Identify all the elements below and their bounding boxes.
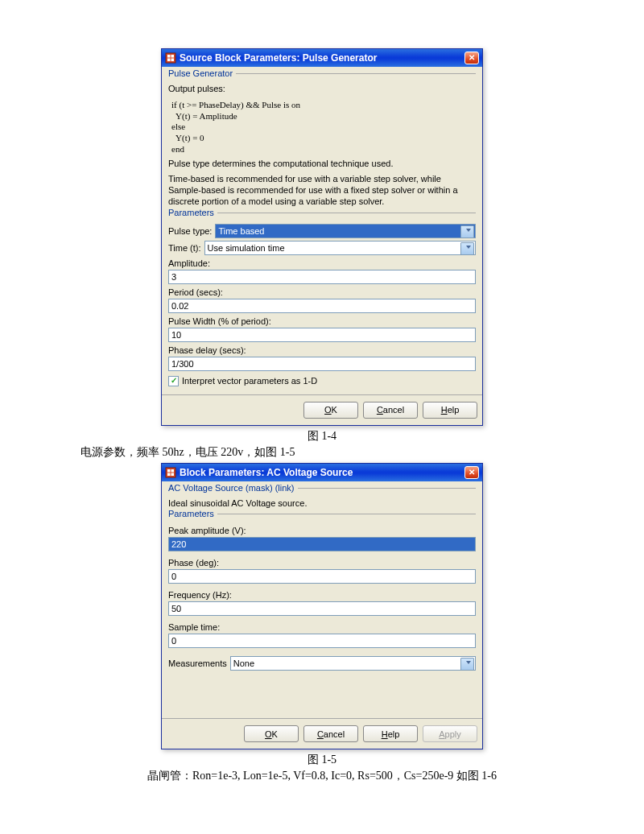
help-button[interactable]: Help — [363, 725, 418, 742]
interpret-vector-checkbox-row[interactable]: ✓ Interpret vector parameters as 1-D — [168, 376, 476, 386]
group-legend: Parameters — [168, 509, 217, 518]
pulse-type-value[interactable] — [215, 224, 476, 238]
button-row: OK Cancel Help — [162, 394, 482, 425]
frequency-label: Frequency (Hz): — [168, 590, 476, 600]
pulse-width-input[interactable] — [168, 328, 476, 342]
phase-input[interactable] — [168, 569, 476, 584]
ac-voltage-dialog: Block Parameters: AC Voltage Source ✕ AC… — [161, 463, 483, 750]
sample-time-label: Sample time: — [168, 622, 476, 632]
dialog-title: Source Block Parameters: Pulse Generator — [180, 52, 464, 64]
code-line: Y(t) = Amplitude — [171, 111, 476, 122]
titlebar[interactable]: Block Parameters: AC Voltage Source ✕ — [162, 464, 482, 481]
dialog-body: Pulse Generator Output pulses: if (t >= … — [162, 67, 482, 386]
code-block: if (t >= PhaseDelay) && Pulse is on Y(t)… — [171, 100, 476, 155]
body-text: 电源参数，频率 50hz，电压 220v，如图 1-5 — [80, 445, 572, 460]
titlebar[interactable]: Source Block Parameters: Pulse Generator… — [162, 49, 482, 67]
figure-caption: 图 1-4 — [72, 429, 572, 444]
app-icon — [165, 467, 176, 478]
description-group: Pulse Generator Output pulses: if (t >= … — [168, 73, 476, 208]
pulse-type-select[interactable] — [215, 224, 476, 238]
app-icon — [165, 52, 176, 64]
time-label: Time (t): — [168, 243, 201, 253]
sample-time-input[interactable] — [168, 634, 476, 648]
pulse-generator-dialog: Source Block Parameters: Pulse Generator… — [161, 48, 483, 426]
desc-text: Ideal sinusoidal AC Voltage source. — [168, 498, 476, 510]
code-line: if (t >= PhaseDelay) && Pulse is on — [171, 100, 476, 111]
period-input[interactable] — [168, 299, 476, 313]
dialog-body: AC Voltage Source (mask) (link) Ideal si… — [162, 481, 482, 714]
body-text: 晶闸管：Ron=1e-3, Lon=1e-5, Vf=0.8, Ic=0, Rs… — [72, 769, 572, 783]
measurements-value[interactable] — [230, 656, 476, 671]
checkbox-label: Interpret vector parameters as 1-D — [182, 376, 317, 386]
close-button[interactable]: ✕ — [464, 52, 479, 64]
measurements-select[interactable] — [230, 656, 476, 671]
amplitude-label: Amplitude: — [168, 258, 476, 268]
phase-delay-input[interactable] — [168, 357, 476, 371]
phase-label: Phase (deg): — [168, 558, 476, 568]
code-line: end — [171, 144, 476, 155]
description-group: AC Voltage Source (mask) (link) Ideal si… — [168, 488, 476, 510]
phase-delay-label: Phase delay (secs): — [168, 345, 476, 355]
code-line: Y(t) = 0 — [171, 133, 476, 144]
group-legend: Pulse Generator — [168, 68, 236, 78]
cancel-button[interactable]: Cancel — [363, 402, 418, 419]
amplitude-input[interactable] — [168, 270, 476, 284]
time-value[interactable] — [204, 241, 476, 255]
pulse-type-label: Pulse type: — [168, 226, 212, 236]
dialog-title: Block Parameters: AC Voltage Source — [180, 467, 464, 478]
help-button[interactable]: Help — [423, 402, 477, 419]
close-button[interactable]: ✕ — [464, 466, 479, 479]
code-line: else — [171, 122, 476, 133]
ok-button[interactable]: OK — [244, 725, 299, 742]
peak-amplitude-label: Peak amplitude (V): — [168, 526, 476, 535]
figure-caption: 图 1-5 — [72, 753, 572, 767]
ok-button[interactable]: OK — [303, 402, 358, 419]
peak-amplitude-input[interactable] — [168, 537, 476, 551]
cancel-button[interactable]: Cancel — [303, 725, 358, 742]
parameters-group: Parameters Peak amplitude (V): Phase (de… — [168, 514, 476, 713]
frequency-input[interactable] — [168, 601, 476, 616]
desc-text: Time-based is recommended for use with a… — [168, 174, 476, 207]
checkbox[interactable]: ✓ — [168, 376, 179, 386]
output-pulses-label: Output pulses: — [168, 84, 476, 95]
document-page: Source Block Parameters: Pulse Generator… — [0, 0, 644, 819]
desc-text: Pulse type determines the computational … — [168, 159, 476, 170]
group-legend: Parameters — [168, 208, 217, 217]
apply-button: Apply — [423, 725, 477, 742]
button-row: OK Cancel Help Apply — [162, 718, 482, 749]
period-label: Period (secs): — [168, 287, 476, 297]
group-legend: AC Voltage Source (mask) (link) — [168, 483, 298, 493]
pulse-width-label: Pulse Width (% of period): — [168, 316, 476, 326]
measurements-label: Measurements — [168, 659, 227, 668]
time-select[interactable] — [204, 241, 476, 255]
check-icon: ✓ — [171, 377, 177, 385]
parameters-group: Parameters Pulse type: Time (t): — [168, 213, 476, 386]
